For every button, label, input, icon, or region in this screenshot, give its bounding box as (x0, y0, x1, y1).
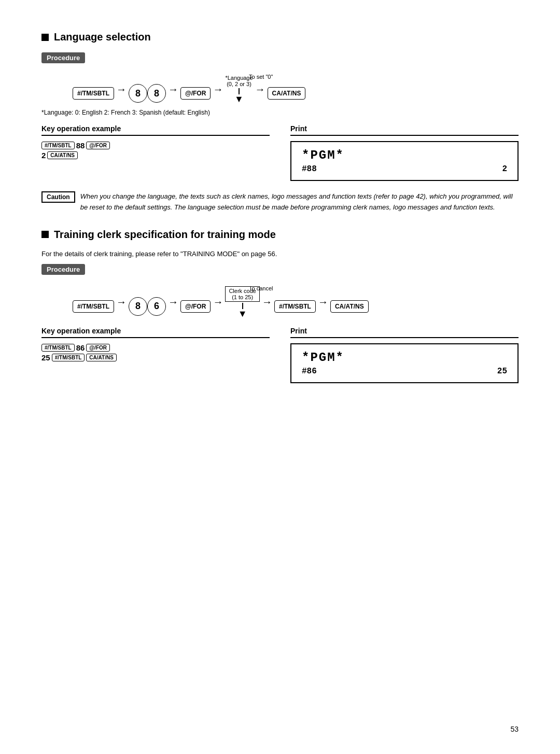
arrow-2e: → (318, 296, 328, 308)
section2-desc: For the details of clerk training, pleas… (41, 250, 519, 258)
op-row-2a: #/TM/SBTL 86 @/FOR (41, 343, 270, 352)
sm-key-caatns-1: CA/AT/NS (47, 151, 77, 159)
key-eight-2: 8 (129, 297, 147, 316)
sm-key-htmsbtl-2b: #/TM/SBTL (52, 354, 85, 361)
arrow-1d: → (255, 83, 265, 95)
procedure-badge-2: Procedure (41, 264, 85, 275)
flow-item-caatns-1: CA/AT/NS (268, 79, 306, 100)
num-86: 86 (76, 343, 85, 352)
language-box: *Language (0, 2 or 3) (225, 75, 253, 87)
flow-item-language: *Language (0, 2 or 3) ▼ (225, 75, 253, 104)
print-line2-2: #86 25 (302, 367, 507, 376)
section2-square-icon (41, 231, 49, 238)
procedure-badge-1: Procedure (41, 52, 85, 63)
caution-text: When you change the language, the texts … (80, 191, 519, 213)
num-25: 25 (41, 353, 50, 362)
arrow-2d: → (262, 296, 272, 308)
key-for-2: @/FOR (180, 300, 211, 313)
sm-key-htmsbtl-2: #/TM/SBTL (41, 344, 75, 352)
flow-item-htmsbtl-1: #/TM/SBTL (73, 79, 114, 100)
arrow-2b: → (168, 296, 178, 308)
flow-diagram-2: #/TM/SBTL → 8 6 → @/FOR → Clerk (73, 286, 519, 318)
flow-diagram-1: #/TM/SBTL → 8 8 → @/FOR → *Lang (73, 75, 519, 104)
num-88: 88 (76, 141, 85, 150)
key-eight2: 8 (147, 84, 166, 103)
flow-item-caatns-2: CA/AT/NS (330, 292, 369, 313)
flow-item-for-2: @/FOR (180, 292, 211, 313)
key-op-section-1: Key operation example #/TM/SBTL 88 @/FOR… (41, 124, 519, 181)
section1-square-icon (41, 34, 49, 41)
print-25: 25 (497, 367, 507, 376)
sm-key-for-2: @/FOR (86, 344, 110, 352)
key-op-lines-2: #/TM/SBTL 86 @/FOR 25 #/TM/SBTL CA/AT/NS (41, 343, 270, 362)
sm-key-caatns-2: CA/AT/NS (86, 354, 116, 361)
key-caatns-1: CA/AT/NS (268, 87, 306, 100)
print-box-1: *PGM* #88 2 (290, 141, 519, 181)
key-eight1: 8 (129, 84, 147, 103)
print-box-2: *PGM* #86 25 (290, 343, 519, 383)
caution-badge: Caution (41, 191, 75, 203)
clerk-box: Clerk code (1 to 25) (225, 286, 260, 302)
key-for-1: @/FOR (180, 87, 211, 100)
section2: Training clerk specification for trainin… (41, 229, 519, 383)
print-col-2: Print *PGM* #86 25 (290, 327, 519, 383)
page-number: 53 (510, 725, 519, 733)
op-row-1a: #/TM/SBTL 88 @/FOR (41, 141, 270, 150)
section1-title: Language selection (41, 31, 519, 43)
flow-item-eight1: 8 (129, 76, 147, 103)
down-arrow-1: ▼ (234, 94, 244, 104)
print-2: 2 (502, 164, 507, 174)
key-op-lines-1: #/TM/SBTL 88 @/FOR 2 CA/AT/NS (41, 141, 270, 160)
page: Language selection Procedure To set "0" … (0, 0, 560, 425)
arrow-2a: → (116, 296, 127, 308)
flow-item-htmsbtl-2b: #/TM/SBTL (274, 292, 316, 313)
print-hash86: #86 (302, 367, 317, 376)
sm-key-for-1: @/FOR (86, 142, 110, 149)
flow-item-for-1: @/FOR (180, 79, 211, 100)
flow-item-eight-2: 8 (129, 289, 147, 316)
down-arrow-2: ▼ (238, 309, 247, 318)
section2-title: Training clerk specification for trainin… (41, 229, 519, 241)
print-hash88: #88 (302, 164, 317, 174)
arrow-1c: → (213, 83, 223, 95)
print-pgm-2: *PGM* (302, 351, 507, 365)
flow-item-htmsbtl-2: #/TM/SBTL (73, 292, 114, 313)
print-line2-1: #88 2 (302, 164, 507, 174)
print-pgm-1: *PGM* (302, 148, 507, 162)
section1: Language selection Procedure To set "0" … (41, 31, 519, 213)
key-op-col-1: Key operation example #/TM/SBTL 88 @/FOR… (41, 124, 270, 181)
arrow-1a: → (116, 83, 127, 95)
key-htmsbtl-2: #/TM/SBTL (73, 300, 114, 313)
flow-item-clerk: Clerk code (1 to 25) ▼ (225, 286, 260, 318)
key-htmsbtl-1: #/TM/SBTL (73, 87, 114, 100)
key-caatns-2: CA/AT/NS (330, 300, 369, 313)
op-row-2b: 25 #/TM/SBTL CA/AT/NS (41, 353, 270, 362)
key-six: 6 (147, 297, 166, 316)
key-htmsbtl-2b: #/TM/SBTL (274, 300, 316, 313)
num-2: 2 (41, 151, 46, 160)
caution-box: Caution When you change the language, th… (41, 191, 519, 213)
sm-key-htmsbtl-1: #/TM/SBTL (41, 142, 75, 149)
flow-item-six: 6 (147, 289, 166, 316)
arrow-1b: → (168, 83, 178, 95)
language-note: *Language: 0: English 2: French 3: Spani… (41, 109, 519, 116)
key-op-section-2: Key operation example #/TM/SBTL 86 @/FOR… (41, 327, 519, 383)
key-op-header-2: Key operation example (41, 327, 270, 338)
print-header-2: Print (290, 327, 519, 338)
key-op-header-1: Key operation example (41, 124, 270, 136)
arrow-2c: → (213, 296, 223, 308)
flow-item-eight2: 8 (147, 76, 166, 103)
op-row-1b: 2 CA/AT/NS (41, 151, 270, 160)
print-header-1: Print (290, 124, 519, 136)
print-col-1: Print *PGM* #88 2 (290, 124, 519, 181)
key-op-col-2: Key operation example #/TM/SBTL 86 @/FOR… (41, 327, 270, 383)
